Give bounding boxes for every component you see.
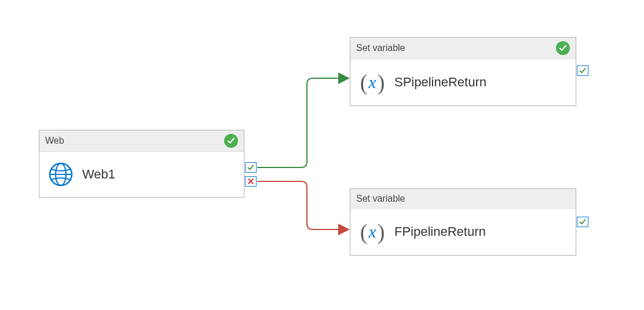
variable-icon: (x) xyxy=(360,70,385,95)
activity-web[interactable]: Web Web1 xyxy=(39,130,244,198)
activity-web-type-label: Web xyxy=(45,136,64,146)
activity-setvar1-header: Set variable xyxy=(350,38,576,59)
activity-setvar2-header: Set variable xyxy=(350,189,576,209)
activity-setvar1-body: (x) SPipelineReturn xyxy=(350,59,576,105)
activity-set-variable-2[interactable]: Set variable (x) FPipelineReturn xyxy=(350,188,576,256)
activity-setvar2-type-label: Set variable xyxy=(356,194,405,204)
activity-setvar2-body: (x) FPipelineReturn xyxy=(350,209,576,255)
web-failure-port[interactable] xyxy=(245,176,257,187)
activity-setvar2-name: FPipelineReturn xyxy=(394,224,486,239)
setvar1-success-port[interactable] xyxy=(577,65,588,76)
activity-web-header: Web xyxy=(39,130,244,152)
activity-setvar1-name: SPipelineReturn xyxy=(394,75,486,90)
setvar2-success-port[interactable] xyxy=(577,217,588,227)
activity-web-name: Web1 xyxy=(82,167,115,182)
globe-icon xyxy=(49,162,73,187)
success-status-icon xyxy=(556,41,570,55)
activity-set-variable-1[interactable]: Set variable (x) SPipelineReturn xyxy=(350,37,576,106)
web-success-port[interactable] xyxy=(245,162,257,173)
success-connector[interactable] xyxy=(257,78,347,167)
activity-setvar1-type-label: Set variable xyxy=(356,43,405,53)
failure-connector[interactable] xyxy=(257,181,347,229)
pipeline-canvas[interactable]: Web Web1 Set variable xyxy=(0,0,644,310)
success-status-icon xyxy=(224,134,238,148)
variable-icon: (x) xyxy=(360,219,385,245)
activity-web-body: Web1 xyxy=(39,152,244,197)
